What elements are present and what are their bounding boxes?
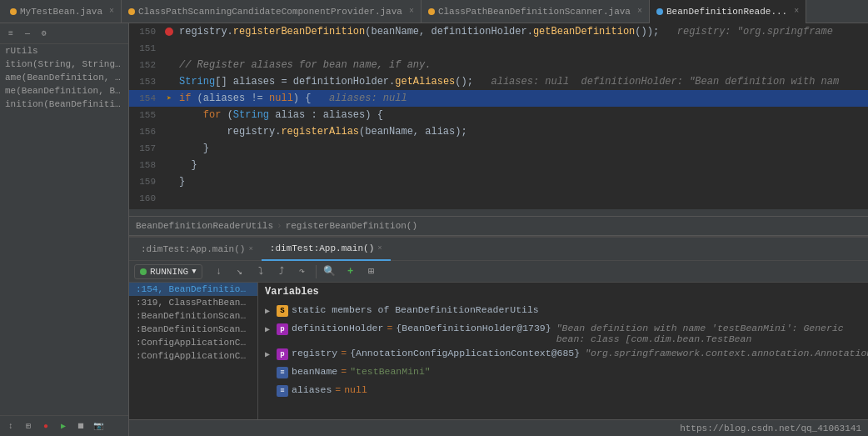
debug-btn-step-out[interactable]: ⤴	[272, 263, 291, 281]
frame-item-1[interactable]: :319, ClassPathBeanDefinitionScanner	[129, 296, 257, 309]
sidebar-btn-grid[interactable]: ⊞	[21, 418, 36, 433]
line-num-157: 157	[129, 143, 162, 153]
sidebar-item-beandef2[interactable]: me(BeanDefinition, BeanDe	[0, 84, 128, 98]
code-line-153: 153 String[] aliases = definitionHolder.…	[129, 73, 868, 90]
var-val-registry-ref: {AnnotationConfigApplicationContext@685}	[350, 348, 580, 358]
tab-icon-orange	[10, 8, 17, 15]
var-row-aliases[interactable]: ▶ ≡ aliases = null	[258, 383, 868, 401]
line-num-156: 156	[129, 127, 162, 137]
debug-tab-close-1[interactable]: ×	[248, 245, 252, 253]
sidebar-btn-camera[interactable]: 📷	[91, 418, 106, 433]
running-dropdown-icon[interactable]: ▼	[192, 268, 196, 276]
line-num-152: 152	[129, 60, 162, 70]
debug-tab-label-1: :dimTest:App.main()	[141, 244, 245, 254]
debug-btn-add[interactable]: +	[342, 263, 360, 281]
debug-btn-force-step-into[interactable]: ⤵	[252, 263, 270, 281]
var-expand-definitionholder[interactable]: ▶	[265, 324, 277, 334]
debug-btn-grid[interactable]: ⊞	[362, 263, 381, 281]
debug-btn-filter[interactable]: 🔍	[321, 263, 339, 281]
breadcrumb-bar: BeanDefinitionReaderUtils › registerBean…	[129, 216, 868, 236]
tab-classpathscanning[interactable]: ClassPathScanningCandidateComponentProvi…	[122, 0, 422, 23]
var-icon-definitionholder: p	[277, 323, 288, 335]
tab-close3[interactable]: ×	[637, 7, 642, 16]
line-content-152: // Register aliases for bean name, if an…	[176, 59, 868, 71]
horizontal-scrollbar[interactable]	[129, 209, 868, 216]
code-line-151: 151	[129, 40, 868, 57]
code-line-154: 154 ➤ if (aliases != null) { aliases: nu…	[129, 90, 868, 107]
tab-close2[interactable]: ×	[409, 7, 414, 16]
var-expand-registry[interactable]: ▶	[265, 349, 277, 359]
line-content-150: registry.registerBeanDefinition(beanName…	[176, 26, 868, 38]
sidebar-item-beandef1[interactable]: ame(BeanDefinition, BeanDe	[0, 71, 128, 84]
line-num-154: 154	[129, 93, 162, 103]
debug-tab-2[interactable]: :dimTest:App.main() ×	[262, 238, 391, 261]
sidebar-btn-stop[interactable]: ⏹	[73, 418, 88, 433]
running-indicator	[140, 268, 147, 275]
debug-toolbar-sep	[316, 265, 317, 278]
tab-icon-orange2	[128, 8, 135, 15]
breadcrumb-class: BeanDefinitionReaderUtils	[136, 221, 273, 231]
var-row-definitionholder[interactable]: ▶ p definitionHolder = {BeanDefinitionHo…	[258, 321, 868, 346]
variables-content: ▶ S static members of BeanDefinitionRead…	[258, 301, 868, 419]
debug-btn-step-over[interactable]: ↓	[210, 263, 228, 281]
line-num-160: 160	[129, 193, 162, 203]
sidebar-item-string-classloader[interactable]: ition(String, String, ClassLoa	[0, 58, 128, 71]
line-num-158: 158	[129, 160, 162, 170]
sidebar-collapse-btn[interactable]: —	[20, 26, 35, 41]
debug-tab-1[interactable]: :dimTest:App.main() ×	[132, 238, 262, 261]
debug-tab-label-2: :dimTest:App.main()	[270, 243, 374, 253]
frame-item-4[interactable]: :ConfigApplicationContext (org.s...	[129, 336, 257, 349]
tab-classpathbeandef[interactable]: ClassPathBeanDefinitionScanner.java ×	[422, 0, 650, 23]
var-val-aliases-null: null	[344, 384, 367, 395]
sidebar-btn-play[interactable]: ▶	[56, 418, 71, 433]
sidebar-btn-align[interactable]: ↕	[3, 418, 18, 433]
sidebar-align-btn[interactable]: ≡	[3, 26, 18, 41]
tab-beandefinitionreader[interactable]: BeanDefinitionReade... ×	[650, 0, 806, 23]
var-row-static[interactable]: ▶ S static members of BeanDefinitionRead…	[258, 303, 868, 321]
debug-btn-step-into[interactable]: ↘	[231, 263, 249, 281]
var-expand-static[interactable]: ▶	[265, 306, 277, 316]
var-icon-static: S	[277, 305, 288, 317]
code-area: 150 registry.registerBeanDefinition(bean…	[129, 23, 868, 436]
sidebar-btn-filter[interactable]: ●	[38, 418, 53, 433]
sidebar-item-beandef3[interactable]: inition(BeanDefinitionHolder	[0, 98, 128, 111]
running-badge: RUNNING ▼	[134, 264, 202, 279]
status-bar: https://blog.csdn.net/qq_41063141	[129, 419, 868, 436]
line-content-158: }	[176, 159, 868, 171]
code-editor[interactable]: 150 registry.registerBeanDefinition(bean…	[129, 23, 868, 209]
frame-item-5[interactable]: :ConfigApplicationContext (org.s...	[129, 349, 257, 363]
var-eq-aliases: =	[335, 384, 341, 395]
debug-btn-run-cursor[interactable]: ↷	[293, 263, 312, 281]
line-content-156: registry.registerAlias(beanName, alias);	[176, 126, 868, 138]
variables-panel: Variables ▶ S static members of BeanDefi…	[258, 283, 868, 419]
code-line-160: 160	[129, 190, 868, 207]
debug-frames-panel: :154, BeanDefinitionReaderUtils :319, Cl…	[129, 283, 258, 419]
var-expand-aliases: ▶	[265, 386, 277, 396]
breakpoint-150[interactable]	[165, 28, 173, 36]
sidebar-item-erutils[interactable]: rUtils	[0, 44, 128, 58]
line-content-159: }	[176, 176, 868, 188]
sidebar-settings-btn[interactable]: ⚙	[37, 26, 52, 41]
var-row-registry[interactable]: ▶ p registry = {AnnotationConfigApplicat…	[258, 346, 868, 364]
code-line-158: 158 }	[129, 157, 868, 173]
sidebar-toolbar: ≡ — ⚙	[0, 23, 128, 44]
tab-close[interactable]: ×	[109, 7, 114, 16]
var-val-registry-hint: "org.springframework.context.annotation.…	[585, 348, 868, 358]
tab-mytestbean[interactable]: MyTestBean.java ×	[3, 0, 122, 23]
var-icon-aliases: ≡	[277, 385, 288, 397]
frame-item-3[interactable]: :BeanDefinitionScanner (org.sp...	[129, 323, 257, 336]
code-lines: 150 registry.registerBeanDefinition(bean…	[129, 23, 868, 207]
code-line-150: 150 registry.registerBeanDefinition(bean…	[129, 23, 868, 40]
line-num-151: 151	[129, 43, 162, 53]
var-row-beanname[interactable]: ▶ ≡ beanName = "testBeanMini"	[258, 364, 868, 383]
tab-close4[interactable]: ×	[794, 7, 799, 16]
frame-item-0[interactable]: :154, BeanDefinitionReaderUtils	[129, 283, 257, 296]
debug-tab-close-2[interactable]: ×	[377, 244, 382, 253]
var-eq-registry: =	[341, 348, 347, 358]
var-name-aliases: aliases	[292, 384, 332, 395]
line-content-157: }	[176, 143, 868, 154]
left-sidebar: ≡ — ⚙ rUtils ition(String, String, Class…	[0, 23, 129, 436]
var-name-definitionholder: definitionHolder	[292, 323, 383, 333]
exec-arrow: ➤	[167, 93, 172, 103]
frame-item-2[interactable]: :BeanDefinitionScanner (org.sp...	[129, 309, 257, 323]
